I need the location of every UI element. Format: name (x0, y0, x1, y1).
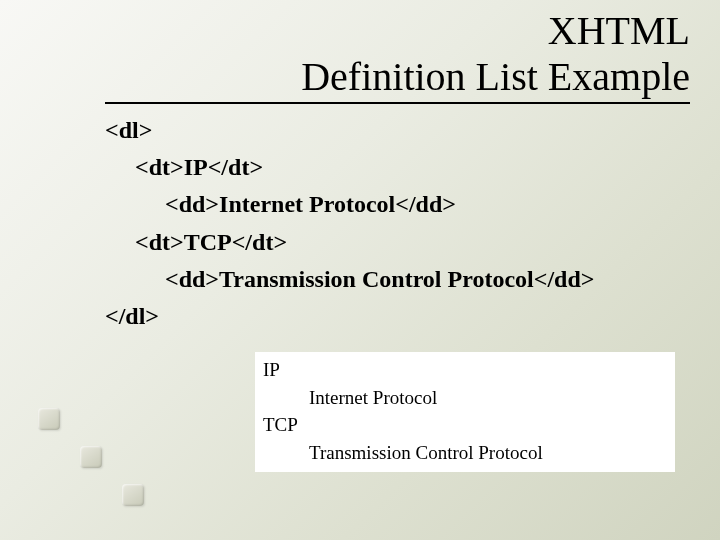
code-line-6: </dl> (105, 298, 594, 335)
title-underline (105, 102, 690, 104)
output-dd-2: Transmission Control Protocol (263, 439, 667, 467)
code-line-3: <dd>Internet Protocol</dd> (105, 186, 594, 223)
rendered-output: IP Internet Protocol TCP Transmission Co… (255, 352, 675, 472)
output-dt-1: IP (263, 356, 667, 384)
code-line-2: <dt>IP</dt> (105, 149, 594, 186)
code-line-4: <dt>TCP</dt> (105, 224, 594, 261)
code-line-5: <dd>Transmission Control Protocol</dd> (105, 261, 594, 298)
slide-title: XHTML Definition List Example (301, 8, 690, 100)
code-example: <dl> <dt>IP</dt> <dd>Internet Protocol</… (105, 112, 594, 335)
bullet-decor-3 (122, 484, 144, 506)
output-dd-1: Internet Protocol (263, 384, 667, 412)
bullet-decor-1 (38, 408, 60, 430)
output-dt-2: TCP (263, 411, 667, 439)
title-line-1: XHTML (301, 8, 690, 54)
title-line-2: Definition List Example (301, 54, 690, 100)
code-line-1: <dl> (105, 112, 594, 149)
bullet-decor-2 (80, 446, 102, 468)
